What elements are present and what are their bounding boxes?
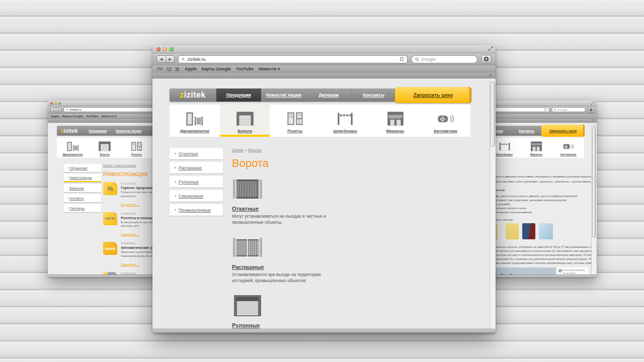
nav-tab-news[interactable]: Новости/ Акции [261,88,306,102]
nav-tab-news[interactable]: Новости/ Акции [113,126,144,136]
gates-icon [234,111,256,127]
sidebar-item[interactable]: Партнеры [64,204,101,212]
category-awnings[interactable]: Маркизы [520,138,552,158]
bookmark-youtube[interactable]: YouTube [236,66,254,71]
browser-toolbar: ◀ ▶ + zizitek.ru Google [152,53,496,65]
gallery-thumbnail[interactable] [506,223,519,239]
breadcrumb-current[interactable]: Ворота [248,148,262,152]
close-button[interactable] [156,47,160,51]
article-text-line: олетную систему от неблагоприятного влия… [496,253,595,256]
sidebar-item-active[interactable]: Новости/акции [64,174,101,182]
search-field[interactable]: Google [411,55,477,63]
bookmark-news[interactable]: Новости ▾ [102,114,117,118]
news-badge-new: NEW [103,212,117,225]
site-navbar: zizitek Продукция Новости/ Акции Дилерам… [170,88,470,102]
roller-gate-icon [232,294,263,317]
category-doors[interactable]: Двери/калитки [57,138,89,158]
article-text-line: крышками (4), служащие для дополнительно… [496,257,597,260]
zoom-button[interactable] [170,47,174,51]
scrollbar-thumb[interactable] [592,125,596,238]
gate-type-link[interactable]: Рулонные [232,322,345,328]
forward-button[interactable]: ▶ [56,108,61,112]
minimize-button[interactable] [54,102,57,105]
resize-icon[interactable] [591,102,594,105]
sidebar-item[interactable]: Обращение [64,164,101,172]
sidebar-item[interactable]: Контакты [64,194,101,202]
bookmark-youtube[interactable]: YouTube [86,115,99,118]
request-price-button[interactable]: Zапросить цену [395,87,471,103]
breadcrumb-root[interactable]: Zizitek [232,148,244,152]
resize-icon[interactable] [489,46,493,51]
scrollbar[interactable] [490,80,496,329]
titlebar[interactable] [152,45,496,53]
category-gates[interactable]: Ворота [89,138,120,158]
downloads-button[interactable] [481,55,492,63]
category-label: Маркизы [386,129,405,133]
category-automation[interactable]: Автоматика [420,105,470,137]
diagram-figure [496,270,516,275]
sidebar-item[interactable]: Вакансии [64,184,101,192]
address-bar[interactable]: + zizitek.ru [178,55,408,63]
request-price-button[interactable]: Zапросить цену [541,125,585,137]
gate-type-link[interactable]: Откатные [232,206,345,212]
scrollbar[interactable] [591,125,596,275]
gallery-thumbnail[interactable] [522,223,535,239]
sliding-gate-icon [232,177,263,201]
nav-tab-products[interactable]: Продукция [216,88,261,102]
site-logo[interactable]: zizitek [57,126,82,136]
category-automation[interactable]: Автоматика [552,138,584,158]
category-shutters[interactable]: Ролеты [121,138,152,158]
downloads-button[interactable] [588,107,594,113]
reload-icon[interactable] [399,57,404,61]
category-label: Шлагбаумы [333,129,357,133]
add-bookmark-icon[interactable]: + [66,108,68,112]
category-shutters[interactable]: Ролеты [270,105,320,137]
read-more-link[interactable]: Подробнее ... [121,233,140,236]
nav-tab-dealers[interactable]: Дилерам [306,88,351,102]
minimize-button[interactable] [163,47,167,51]
category-doors[interactable]: Двери/калитки [170,105,220,137]
doors-icon [184,111,205,127]
forward-button[interactable]: ▶ [166,56,174,62]
article-text-line: ое полотно (1) сматывается в рулон на ва… [496,249,597,252]
reload-icon[interactable] [544,108,547,111]
doors-icon [65,141,80,152]
nav-tab-contacts[interactable]: Контакты [511,126,542,136]
url-text: zizitek.ru [188,57,396,62]
back-button[interactable]: ◀ [51,108,56,112]
sidebar-item-promyshlennye[interactable]: Промышленные [170,204,223,216]
bullet-icon [67,177,68,178]
bookmark-maps[interactable]: Карты Google [62,115,83,118]
bookmark-apple[interactable]: Apple [51,115,59,118]
category-awnings[interactable]: Маркизы [370,105,421,137]
zoom-button[interactable] [58,102,61,105]
sidebar-item-rulonnye[interactable]: Рулонные [170,176,223,188]
read-more-link[interactable]: Подробнее ... [121,263,140,266]
add-bookmark-icon[interactable]: + [182,56,185,62]
close-button[interactable] [50,102,53,105]
benefit-line: лического использования; [496,211,532,214]
new-tab-button[interactable]: + [489,72,492,78]
back-button[interactable]: ◀ [157,56,166,62]
nav-tab-contacts[interactable]: Контакты [351,88,396,102]
read-more-link[interactable]: Подробнее ... [121,203,140,206]
nav-tab-products[interactable]: Продукция [82,126,113,136]
gate-type-item: Откатные Могут устанавливаться на въезда… [232,177,345,226]
bookmarks-book-icon [167,67,172,71]
bookmark-news[interactable]: Новости ▾ [259,66,280,71]
category-barriers[interactable]: Шлагбаумы [320,105,370,137]
browser-window-main[interactable]: ◀ ▶ + zizitek.ru Google Apple Карты Goog… [152,45,496,333]
scrollbar-thumb[interactable] [491,81,495,147]
sidebar-item-sektsionnye[interactable]: Секционные [170,190,223,202]
gallery-thumbnail[interactable] [539,223,553,239]
gate-type-link[interactable]: Распашные [232,264,345,270]
site-logo[interactable]: zizitek [170,88,216,102]
article-text-line: ных жалюзи предусматривает наличие напра… [496,261,597,264]
sidebar-item-otkatnye[interactable]: Откатные [170,148,223,159]
new-tab-button[interactable]: + [592,118,594,122]
search-field[interactable]: Google [551,107,586,112]
category-gates-active[interactable]: Ворота [220,105,270,137]
bookmark-apple[interactable]: Apple [185,66,197,71]
sidebar-item-raspashnye[interactable]: Распашные [170,162,223,173]
bookmark-maps[interactable]: Карты Google [202,66,231,71]
